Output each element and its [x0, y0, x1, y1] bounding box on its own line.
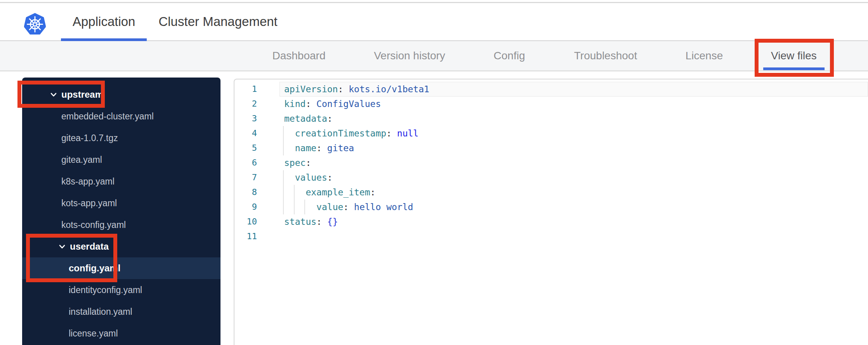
yaml-code-editor[interactable]: 1apiVersion: kots.io/v1beta12kind: Confi…: [234, 79, 868, 345]
tree-file-embedded-cluster-yaml[interactable]: embedded-cluster.yaml: [22, 105, 220, 127]
tree-file-gitea-yaml[interactable]: gitea.yaml: [22, 149, 220, 171]
token-plain: [322, 217, 327, 227]
token-key: spec: [284, 158, 306, 168]
token-key: name: [295, 143, 316, 153]
tree-file-identityconfig-yaml[interactable]: identityconfig.yaml: [22, 279, 220, 301]
token-punct: :: [306, 158, 311, 168]
code-line-4[interactable]: 4 creationTimestamp: null: [234, 126, 868, 141]
token-plain: [284, 202, 316, 212]
token-plain: [322, 143, 327, 153]
code-line-content: name: gitea: [257, 141, 868, 155]
nav-tab-label: Version history: [374, 50, 445, 62]
code-line-6[interactable]: 6spec:: [234, 155, 868, 170]
nav-tab-version-history[interactable]: Version history: [366, 41, 453, 71]
line-number: 7: [234, 170, 257, 185]
token-punct: :: [306, 99, 311, 109]
tree-item-label: k8s-app.yaml: [61, 176, 115, 187]
indent-guide: [304, 200, 305, 214]
code-line-content: example_item:: [257, 185, 868, 200]
token-key: value: [316, 202, 343, 212]
file-tree-sidebar: upstreamembedded-cluster.yamlgitea-1.0.7…: [22, 78, 220, 345]
nav-tab-dashboard[interactable]: Dashboard: [265, 41, 333, 71]
token-key: apiVersion: [284, 84, 338, 94]
nav-tab-label: Troubleshoot: [574, 50, 637, 62]
kots-admin-console: ApplicationCluster Management DashboardV…: [0, 0, 868, 345]
token-key: kind: [284, 99, 306, 109]
code-line-content: metadata:: [257, 111, 868, 126]
token-plain: [284, 143, 295, 153]
code-line-11[interactable]: 11: [234, 229, 868, 244]
code-line-10[interactable]: 10status: {}: [234, 214, 868, 229]
code-line-1[interactable]: 1apiVersion: kots.io/v1beta1: [234, 82, 868, 97]
app-header: ApplicationCluster Management: [0, 3, 868, 41]
tree-file-kots-app-yaml[interactable]: kots-app.yaml: [22, 192, 220, 214]
token-punct: :: [327, 114, 333, 124]
tree-file-license-yaml[interactable]: license.yaml: [22, 323, 220, 344]
code-line-content: status: {}: [257, 214, 868, 229]
nav-tab-label: License: [686, 50, 723, 62]
token-key: values: [295, 172, 327, 183]
token-punct: :: [386, 128, 392, 138]
code-line-3[interactable]: 3metadata:: [234, 111, 868, 126]
tree-item-label: embedded-cluster.yaml: [61, 111, 154, 122]
code-line-7[interactable]: 7 values:: [234, 170, 868, 185]
token-plain: [392, 128, 397, 138]
token-val: ConfigValues: [316, 99, 381, 109]
code-line-content: [257, 229, 868, 244]
tree-file-gitea-1-0-7-tgz[interactable]: gitea-1.0.7.tgz: [22, 127, 220, 149]
token-punct: :: [327, 172, 333, 183]
indent-guide: [283, 200, 284, 214]
token-plain: [349, 202, 354, 212]
line-number: 9: [234, 200, 257, 214]
indent-guide: [283, 141, 284, 155]
code-line-2[interactable]: 2kind: ConfigValues: [234, 97, 868, 111]
active-tab-underline: [61, 38, 147, 41]
tree-item-label: kots-config.yaml: [61, 220, 126, 230]
annotation-box-userdata-config: [26, 234, 117, 282]
code-line-8[interactable]: 8 example_item:: [234, 185, 868, 200]
header-tab-label: Application: [73, 14, 135, 29]
nav-tab-config[interactable]: Config: [486, 41, 533, 71]
nav-tab-troubleshoot[interactable]: Troubleshoot: [566, 41, 645, 71]
code-line-9[interactable]: 9 value: hello world: [234, 200, 868, 214]
code-line-content: creationTimestamp: null: [257, 126, 868, 141]
token-punct: :: [343, 202, 349, 212]
tree-item-label: gitea-1.0.7.tgz: [61, 133, 118, 143]
tree-file-k8s-app-yaml[interactable]: k8s-app.yaml: [22, 171, 220, 192]
token-punct: :: [370, 187, 376, 197]
line-number: 10: [234, 214, 257, 229]
tree-item-label: license.yaml: [69, 328, 118, 339]
header-tab-bar: ApplicationCluster Management: [61, 3, 289, 40]
token-plain: [284, 128, 295, 138]
tree-file-installation-yaml[interactable]: installation.yaml: [22, 301, 220, 323]
token-key: metadata: [284, 114, 327, 124]
token-key: example_item: [306, 187, 370, 197]
line-number: 8: [234, 185, 257, 200]
line-number: 1: [234, 82, 257, 97]
code-line-content: spec:: [257, 155, 868, 170]
indent-guide: [294, 185, 295, 200]
tree-file-kots-config-yaml[interactable]: kots-config.yaml: [22, 214, 220, 236]
code-line-5[interactable]: 5 name: gitea: [234, 141, 868, 155]
header-tab-cluster-management[interactable]: Cluster Management: [147, 3, 289, 40]
line-number: 11: [234, 229, 257, 244]
header-tab-application[interactable]: Application: [61, 3, 147, 40]
indent-guide: [283, 126, 284, 141]
nav-tab-license[interactable]: License: [678, 41, 731, 71]
token-punct: :: [338, 84, 343, 94]
code-line-content: kind: ConfigValues: [257, 97, 868, 111]
token-plain: [343, 84, 349, 94]
token-key: creationTimestamp: [295, 128, 386, 138]
token-val: kots.io/v1beta1: [349, 84, 429, 94]
indent-guide: [283, 185, 284, 200]
code-line-content: apiVersion: kots.io/v1beta1: [257, 82, 868, 97]
line-number: 5: [234, 141, 257, 155]
indent-guide: [283, 170, 284, 185]
tree-item-label: identityconfig.yaml: [69, 285, 142, 295]
line-number: 2: [234, 97, 257, 111]
line-number: 6: [234, 155, 257, 170]
tree-item-label: gitea.yaml: [61, 155, 102, 165]
token-punct: :: [316, 217, 322, 227]
token-plain: [284, 172, 295, 183]
token-key: status: [284, 217, 316, 227]
